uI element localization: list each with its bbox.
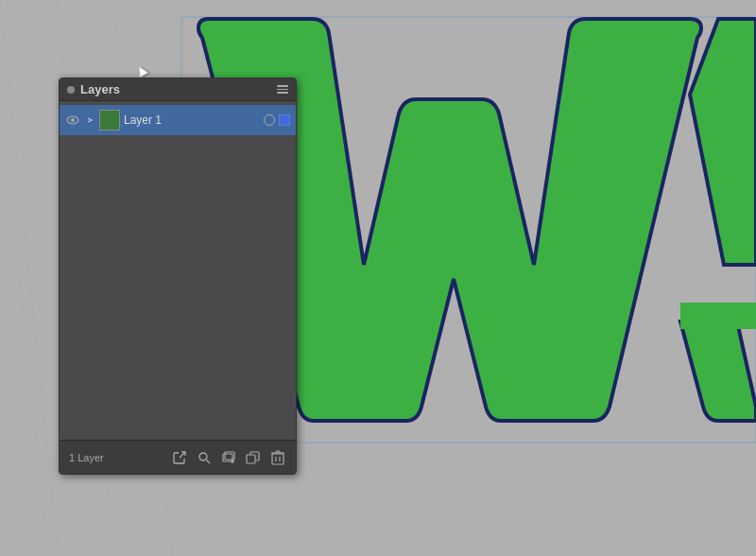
panel-title: Layers xyxy=(80,82,120,96)
svg-line-13 xyxy=(207,460,211,463)
delete-icon[interactable] xyxy=(269,449,286,466)
panel-close-button[interactable] xyxy=(67,86,75,94)
panel-titlebar: Layers xyxy=(60,78,296,101)
svg-rect-18 xyxy=(247,455,255,463)
panel-body: Layer 1 xyxy=(60,101,296,440)
search-icon[interactable] xyxy=(196,449,213,466)
add-layer-icon[interactable] xyxy=(220,449,237,466)
layers-panel: Layers xyxy=(59,78,297,475)
svg-point-11 xyxy=(71,118,75,122)
layer-row[interactable]: Layer 1 xyxy=(60,105,296,135)
layer-thumbnail xyxy=(99,110,120,130)
duplicate-icon[interactable] xyxy=(245,449,262,466)
panel-title-left: Layers xyxy=(67,82,120,96)
panel-menu-button[interactable] xyxy=(277,85,288,94)
layer-visibility-toggle[interactable] xyxy=(65,113,80,128)
svg-rect-5 xyxy=(680,303,756,329)
panel-footer: 1 Layer xyxy=(60,440,296,474)
layer-circle-icon xyxy=(264,114,275,126)
hamburger-icon xyxy=(277,85,288,94)
export-icon[interactable] xyxy=(171,449,188,466)
layer-name: Layer 1 xyxy=(124,113,260,127)
svg-rect-19 xyxy=(272,454,284,464)
layer-icons-right xyxy=(264,114,290,126)
svg-point-12 xyxy=(199,453,207,460)
footer-icons xyxy=(171,449,286,466)
layer-count-label: 1 Layer xyxy=(69,452,104,463)
layer-color-swatch xyxy=(279,114,290,126)
layer-expand-arrow[interactable] xyxy=(84,114,95,126)
